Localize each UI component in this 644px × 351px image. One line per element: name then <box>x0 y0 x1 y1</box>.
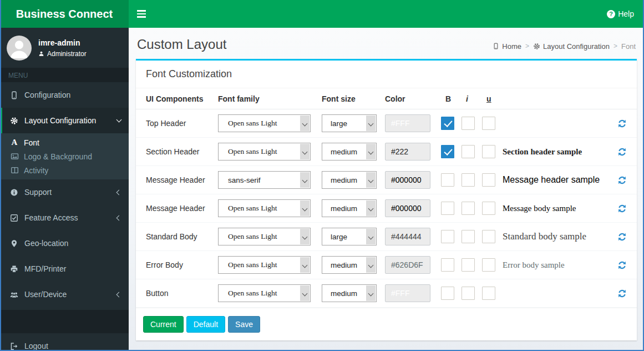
bold-checkbox[interactable] <box>441 258 454 272</box>
sidebar-subitem-label: Logo & Background <box>24 152 92 161</box>
refresh-icon[interactable] <box>610 289 627 298</box>
col-header-underline: u <box>482 94 503 103</box>
bold-checkbox[interactable] <box>441 287 454 300</box>
image-icon <box>9 152 20 161</box>
bold-checkbox[interactable] <box>441 230 454 243</box>
sidebar-divider <box>0 310 129 333</box>
table-row: Message Header Open sans Light medium Me… <box>136 194 637 223</box>
sidebar-item-mfd-printer[interactable]: MFD/Printer <box>0 256 129 282</box>
sidebar-item-layout-configuration[interactable]: Layout Configuration <box>0 108 129 133</box>
font-size-select[interactable]: medium <box>322 284 377 302</box>
save-button[interactable]: Save <box>228 316 260 333</box>
font-family-select[interactable]: Open sans Light <box>218 228 311 245</box>
refresh-icon[interactable] <box>610 147 627 157</box>
underline-checkbox[interactable] <box>482 117 495 130</box>
italic-checkbox[interactable] <box>462 230 475 243</box>
sidebar-item-support[interactable]: Support <box>0 179 129 205</box>
sidebar-item-label: Layout Configuration <box>24 116 117 125</box>
sidebar-item-logout[interactable]: Logout <box>0 333 129 351</box>
user-name: imre-admin <box>38 38 87 47</box>
current-button[interactable]: Current <box>143 316 184 333</box>
breadcrumb-layout-configuration-link[interactable]: Layout Configuration <box>533 42 610 51</box>
tablet-icon <box>8 91 19 99</box>
table-row: Button Open sans Light medium <box>136 279 637 308</box>
font-family-select[interactable]: sans-serif <box>218 171 311 189</box>
underline-checkbox[interactable] <box>482 287 495 300</box>
component-label: Error Body <box>146 260 218 269</box>
brand-logo[interactable]: Business Connect <box>0 0 129 28</box>
italic-checkbox[interactable] <box>462 287 475 300</box>
bold-checkbox[interactable] <box>441 173 454 187</box>
font-family-select[interactable]: Open sans Light <box>218 114 311 132</box>
table-row: Section Header Open sans Light medium Se… <box>136 138 637 166</box>
default-button[interactable]: Default <box>186 316 225 333</box>
component-label: Section Header <box>146 147 218 156</box>
sidebar-subitem-activity[interactable]: Activity <box>0 163 129 177</box>
refresh-icon[interactable] <box>610 119 627 128</box>
sidebar-subitem-font[interactable]: A Font <box>0 136 129 149</box>
sidebar-item-geo-location[interactable]: Geo-location <box>0 230 129 256</box>
underline-checkbox[interactable] <box>482 173 495 187</box>
italic-checkbox[interactable] <box>462 117 475 130</box>
breadcrumb-home-label: Home <box>502 42 521 51</box>
italic-checkbox[interactable] <box>462 145 475 158</box>
sidebar-subitem-logo-background[interactable]: Logo & Background <box>0 149 129 163</box>
bold-checkbox[interactable] <box>441 145 454 158</box>
color-input[interactable] <box>385 199 430 217</box>
font-size-select[interactable]: medium <box>322 199 377 217</box>
bold-checkbox[interactable] <box>441 202 454 215</box>
map-marker-icon <box>8 239 19 248</box>
italic-checkbox[interactable] <box>462 202 475 215</box>
underline-checkbox[interactable] <box>482 202 495 215</box>
panel-footer: Current Default Save <box>136 308 637 340</box>
color-input[interactable] <box>385 114 430 132</box>
sidebar-item-feature-access[interactable]: Feature Access <box>0 205 129 230</box>
font-size-select[interactable]: medium <box>322 256 377 274</box>
font-size-select[interactable]: medium <box>322 171 377 189</box>
avatar <box>7 36 32 61</box>
content-header: Custom Layout Home > Layout Configuratio… <box>129 28 644 59</box>
refresh-icon[interactable] <box>610 232 627 242</box>
italic-checkbox[interactable] <box>462 173 475 187</box>
font-size-select[interactable]: large <box>322 228 377 245</box>
font-size-select[interactable]: medium <box>322 143 377 161</box>
refresh-icon[interactable] <box>610 204 627 213</box>
italic-checkbox[interactable] <box>462 258 475 272</box>
color-input[interactable] <box>385 143 430 161</box>
component-label: Standard Body <box>146 232 218 241</box>
color-input[interactable] <box>385 256 430 274</box>
font-customization-panel: Font Customization UI Components Font fa… <box>136 59 637 340</box>
color-input[interactable] <box>385 284 430 302</box>
refresh-icon[interactable] <box>610 260 627 270</box>
help-button[interactable]: ? Help <box>597 0 644 28</box>
font-family-select[interactable]: Open sans Light <box>218 199 311 217</box>
hamburger-icon <box>137 16 146 18</box>
sidebar-item-label: MFD/Printer <box>24 264 121 273</box>
underline-checkbox[interactable] <box>482 230 495 243</box>
person-icon <box>38 51 44 57</box>
breadcrumb-section-label: Layout Configuration <box>543 42 610 51</box>
sidebar-subitem-label: Activity <box>24 166 48 175</box>
component-label: Message Header <box>146 204 218 213</box>
underline-checkbox[interactable] <box>482 258 495 272</box>
layout-configuration-submenu: A Font Logo & Background Activity <box>0 133 129 179</box>
sidebar-item-user-device[interactable]: User/Device <box>0 282 129 307</box>
sidebar-item-configuration[interactable]: Configuration <box>0 82 129 108</box>
sidebar-toggle-button[interactable] <box>129 0 154 28</box>
sidebar-item-label: Logout <box>24 342 121 350</box>
color-input[interactable] <box>385 228 430 245</box>
window-edge <box>0 0 1 351</box>
color-input[interactable] <box>385 171 430 189</box>
col-header-italic: i <box>462 94 482 103</box>
tablet-icon <box>493 43 499 49</box>
underline-checkbox[interactable] <box>482 145 495 158</box>
font-family-select[interactable]: Open sans Light <box>218 143 311 161</box>
font-size-select[interactable]: large <box>322 114 377 132</box>
bold-checkbox[interactable] <box>441 117 454 130</box>
chevron-left-icon <box>116 215 122 220</box>
breadcrumb-home-link[interactable]: Home <box>493 42 521 51</box>
font-family-select[interactable]: Open sans Light <box>218 256 311 274</box>
refresh-icon[interactable] <box>610 176 627 185</box>
font-family-select[interactable]: Open sans Light <box>218 284 311 302</box>
sidebar-item-label: User/Device <box>24 290 117 299</box>
